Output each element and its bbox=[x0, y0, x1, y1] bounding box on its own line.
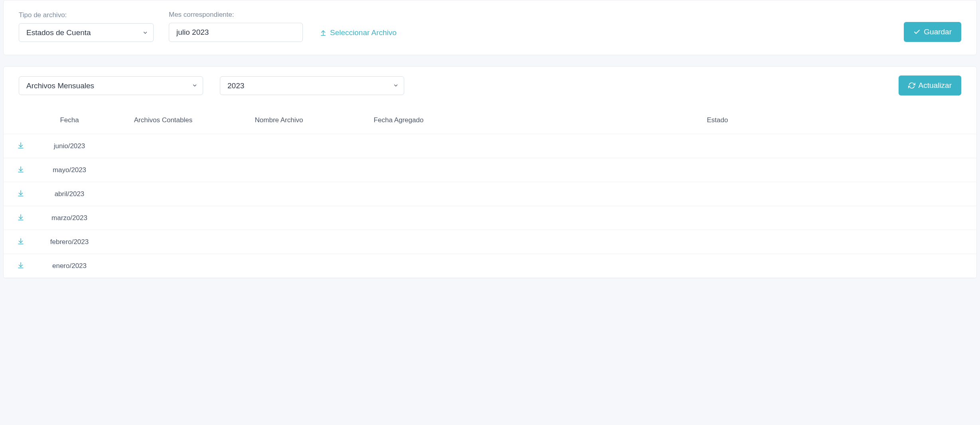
table-row: febrero/2023 bbox=[4, 230, 976, 254]
download-button[interactable] bbox=[16, 213, 25, 222]
cell-agregado bbox=[339, 134, 458, 158]
cell-estado bbox=[458, 230, 976, 254]
col-estado: Estado bbox=[458, 110, 976, 134]
cell-nombre bbox=[219, 230, 339, 254]
cell-estado bbox=[458, 182, 976, 206]
cell-download bbox=[4, 206, 32, 230]
mes-label: Mes correspondiente: bbox=[169, 11, 303, 19]
refresh-label: Actualizar bbox=[919, 81, 952, 90]
download-button[interactable] bbox=[16, 165, 25, 174]
tipo-field-group: Tipo de archivo: Estados de Cuenta bbox=[19, 11, 154, 42]
save-button[interactable]: Guardar bbox=[904, 22, 961, 42]
cell-fecha: enero/2023 bbox=[32, 254, 107, 278]
check-icon bbox=[913, 28, 921, 36]
cell-fecha: mayo/2023 bbox=[32, 158, 107, 182]
tipo-select[interactable]: Estados de Cuenta bbox=[19, 23, 154, 42]
tipo-label: Tipo de archivo: bbox=[19, 11, 154, 19]
tipo-select-wrap: Estados de Cuenta bbox=[19, 23, 154, 42]
table-row: enero/2023 bbox=[4, 254, 976, 278]
cell-agregado bbox=[339, 182, 458, 206]
download-icon bbox=[17, 214, 24, 221]
cell-estado bbox=[458, 134, 976, 158]
mes-input[interactable] bbox=[169, 23, 303, 42]
year-select-wrap: 2023 bbox=[220, 76, 404, 95]
col-nombre: Nombre Archivo bbox=[219, 110, 339, 134]
col-contables: Archivos Contables bbox=[107, 110, 219, 134]
cell-nombre bbox=[219, 158, 339, 182]
table-row: junio/2023 bbox=[4, 134, 976, 158]
cell-estado bbox=[458, 206, 976, 230]
cell-estado bbox=[458, 254, 976, 278]
cell-fecha: marzo/2023 bbox=[32, 206, 107, 230]
table-body: junio/2023mayo/2023abril/2023marzo/2023f… bbox=[4, 134, 976, 278]
cell-contables bbox=[107, 134, 219, 158]
cell-contables bbox=[107, 158, 219, 182]
download-button[interactable] bbox=[16, 189, 25, 198]
year-select[interactable]: 2023 bbox=[220, 76, 404, 95]
col-agregado: Fecha Agregado bbox=[339, 110, 458, 134]
category-select[interactable]: Archivos Mensuales bbox=[19, 76, 203, 95]
save-label: Guardar bbox=[924, 28, 952, 36]
cell-contables bbox=[107, 230, 219, 254]
cell-nombre bbox=[219, 254, 339, 278]
select-file-label: Seleccionar Archivo bbox=[330, 28, 397, 37]
cell-estado bbox=[458, 158, 976, 182]
cell-download bbox=[4, 134, 32, 158]
cell-fecha: febrero/2023 bbox=[32, 230, 107, 254]
download-icon bbox=[17, 166, 24, 173]
cell-download bbox=[4, 254, 32, 278]
download-icon bbox=[17, 262, 24, 269]
upload-icon bbox=[320, 29, 327, 36]
files-table: Fecha Archivos Contables Nombre Archivo … bbox=[4, 110, 976, 278]
download-icon bbox=[17, 142, 24, 149]
download-icon bbox=[17, 238, 24, 245]
cell-nombre bbox=[219, 182, 339, 206]
cell-download bbox=[4, 182, 32, 206]
cell-agregado bbox=[339, 230, 458, 254]
select-file-button[interactable]: Seleccionar Archivo bbox=[318, 24, 398, 42]
cell-download bbox=[4, 230, 32, 254]
cell-nombre bbox=[219, 134, 339, 158]
cell-contables bbox=[107, 206, 219, 230]
download-button[interactable] bbox=[16, 261, 25, 270]
table-row: abril/2023 bbox=[4, 182, 976, 206]
cell-fecha: junio/2023 bbox=[32, 134, 107, 158]
cell-download bbox=[4, 158, 32, 182]
mes-field-group: Mes correspondiente: bbox=[169, 11, 303, 42]
cell-contables bbox=[107, 254, 219, 278]
cell-agregado bbox=[339, 254, 458, 278]
refresh-button[interactable]: Actualizar bbox=[899, 75, 961, 95]
category-select-wrap: Archivos Mensuales bbox=[19, 76, 203, 95]
cell-nombre bbox=[219, 206, 339, 230]
table-row: mayo/2023 bbox=[4, 158, 976, 182]
files-panel: Archivos Mensuales 2023 Actualizar bbox=[3, 66, 977, 278]
download-icon bbox=[17, 190, 24, 197]
table-row: marzo/2023 bbox=[4, 206, 976, 230]
download-button[interactable] bbox=[16, 237, 25, 246]
upload-panel: Tipo de archivo: Estados de Cuenta Mes c… bbox=[3, 0, 977, 55]
filter-row: Archivos Mensuales 2023 Actualizar bbox=[4, 67, 976, 99]
cell-agregado bbox=[339, 158, 458, 182]
col-download bbox=[4, 110, 32, 134]
cell-agregado bbox=[339, 206, 458, 230]
refresh-icon bbox=[908, 82, 915, 89]
cell-fecha: abril/2023 bbox=[32, 182, 107, 206]
col-fecha: Fecha bbox=[32, 110, 107, 134]
cell-contables bbox=[107, 182, 219, 206]
table-head: Fecha Archivos Contables Nombre Archivo … bbox=[4, 110, 976, 134]
download-button[interactable] bbox=[16, 141, 25, 150]
